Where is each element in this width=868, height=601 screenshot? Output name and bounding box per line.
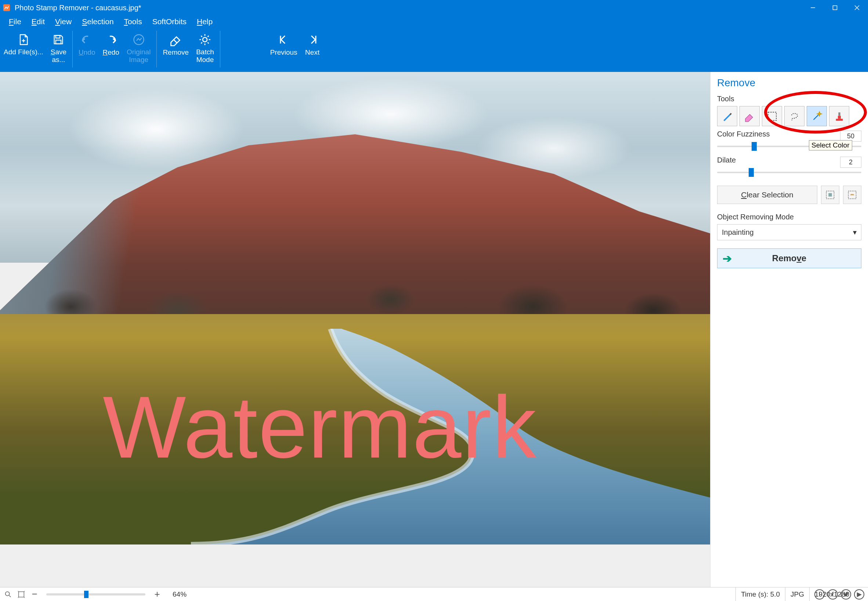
zoom-fit-icon[interactable] xyxy=(3,589,13,599)
social-links: i f ▶ xyxy=(815,589,864,599)
zoom-value: 64% xyxy=(173,590,186,598)
svg-point-11 xyxy=(203,37,207,42)
mode-label: Object Removing Mode xyxy=(717,213,861,221)
menu-softorbits[interactable]: SoftOrbits xyxy=(147,16,192,27)
info-icon[interactable]: i xyxy=(815,589,825,599)
image-canvas: Watermark xyxy=(0,72,710,545)
menu-selection[interactable]: Selection xyxy=(77,16,119,27)
svg-rect-14 xyxy=(768,112,776,121)
add-files-button[interactable]: Add File(s)... xyxy=(0,29,47,58)
status-format: JPG xyxy=(785,587,809,601)
redo-label: Redo xyxy=(102,49,119,56)
add-file-icon xyxy=(17,31,30,49)
svg-rect-2 xyxy=(833,6,837,10)
menubar: File Edit View Selection Tools SoftOrbit… xyxy=(0,15,868,28)
tool-lasso[interactable] xyxy=(784,106,804,126)
chevron-down-icon: ▾ xyxy=(853,228,857,236)
minimize-button[interactable] xyxy=(802,0,824,15)
tooltip-select-color: Select Color xyxy=(809,140,852,150)
titlebar: Photo Stamp Remover - caucasus.jpg* xyxy=(0,0,868,15)
window-title: Photo Stamp Remover - caucasus.jpg* xyxy=(15,4,141,12)
tool-marker[interactable] xyxy=(717,106,737,126)
redo-button[interactable]: Redo xyxy=(99,29,123,58)
zoom-out-button[interactable]: − xyxy=(29,589,40,599)
canvas-area[interactable]: Watermark xyxy=(0,72,710,587)
zoom-in-button[interactable]: + xyxy=(152,589,162,599)
svg-rect-7 xyxy=(56,36,60,38)
close-button[interactable] xyxy=(846,0,868,15)
remove-ribbon-button[interactable]: Remove xyxy=(159,29,193,58)
main-area: Watermark Remove Tools Color Fuzziness 5… xyxy=(0,72,868,587)
app-icon xyxy=(2,3,12,13)
gear-icon xyxy=(198,31,211,49)
remove-button-label: Remove xyxy=(717,253,861,264)
menu-view[interactable]: View xyxy=(50,16,77,27)
remove-button[interactable]: ➔ Remove xyxy=(717,249,861,268)
zoom-actual-icon[interactable] xyxy=(16,589,26,599)
svg-rect-15 xyxy=(836,119,843,121)
next-icon xyxy=(306,31,319,49)
previous-button[interactable]: Previous xyxy=(267,29,301,58)
previous-label: Previous xyxy=(270,49,297,56)
menu-edit[interactable]: Edit xyxy=(26,16,50,27)
clear-selection-button[interactable]: Clear Selection xyxy=(717,186,818,204)
maximize-button[interactable] xyxy=(824,0,846,15)
save-selection-button[interactable] xyxy=(821,186,839,204)
arrow-right-icon: ➔ xyxy=(723,252,732,265)
tools-row xyxy=(717,106,861,126)
next-button[interactable]: Next xyxy=(301,29,324,58)
undo-button[interactable]: Undo xyxy=(75,29,99,58)
next-label: Next xyxy=(305,49,319,56)
status-time: Time (s): 5.0 xyxy=(735,587,785,601)
tool-eraser[interactable] xyxy=(740,106,760,126)
youtube-icon[interactable]: ▶ xyxy=(854,589,864,599)
watermark-text: Watermark xyxy=(103,377,537,478)
eraser-icon xyxy=(169,31,182,49)
batch-mode-label: BatchMode xyxy=(196,49,214,64)
tool-clone-stamp[interactable] xyxy=(829,106,849,126)
dilate-slider[interactable] xyxy=(717,167,861,178)
facebook-icon[interactable]: f xyxy=(828,589,838,599)
mode-dropdown[interactable]: Inpainting ▾ xyxy=(717,224,861,240)
add-files-label: Add File(s)... xyxy=(4,49,43,56)
tool-magic-wand[interactable] xyxy=(807,106,827,126)
dilate-value[interactable]: 2 xyxy=(840,157,861,168)
batch-mode-button[interactable]: BatchMode xyxy=(193,29,218,65)
tool-rectangle-select[interactable] xyxy=(762,106,782,126)
mode-value: Inpainting xyxy=(722,228,754,236)
undo-label: Undo xyxy=(79,49,95,56)
load-selection-button[interactable] xyxy=(843,186,861,204)
side-heading: Remove xyxy=(717,77,861,89)
svg-rect-16 xyxy=(838,116,841,119)
menu-file[interactable]: File xyxy=(4,16,26,27)
redo-icon xyxy=(104,31,118,49)
ribbon: Add File(s)... Saveas... Undo Redo Origi… xyxy=(0,28,868,72)
svg-line-10 xyxy=(174,40,177,43)
original-image-button[interactable]: OriginalImage xyxy=(123,29,154,65)
save-icon xyxy=(52,31,65,49)
menu-tools[interactable]: Tools xyxy=(119,16,147,27)
zoom-slider[interactable] xyxy=(46,593,145,595)
undo-icon xyxy=(80,31,94,49)
svg-rect-8 xyxy=(56,40,61,44)
previous-icon xyxy=(277,31,290,49)
side-panel: Remove Tools Color Fuzziness 50 Dilate 2 xyxy=(710,72,868,587)
svg-line-21 xyxy=(9,595,11,597)
original-image-label: OriginalImage xyxy=(127,49,151,64)
original-image-icon xyxy=(132,31,145,49)
save-as-button[interactable]: Saveas... xyxy=(47,29,70,65)
menu-help[interactable]: Help xyxy=(192,16,218,27)
status-bar: − + 64% Time (s): 5.0 JPG 1920x1280 i f … xyxy=(0,587,868,601)
twitter-icon[interactable] xyxy=(841,589,851,599)
save-as-label: Saveas... xyxy=(50,49,66,64)
tools-label: Tools xyxy=(717,95,861,103)
remove-ribbon-label: Remove xyxy=(163,49,189,56)
svg-rect-22 xyxy=(19,592,24,597)
svg-point-20 xyxy=(6,592,9,595)
svg-rect-17 xyxy=(838,112,840,116)
